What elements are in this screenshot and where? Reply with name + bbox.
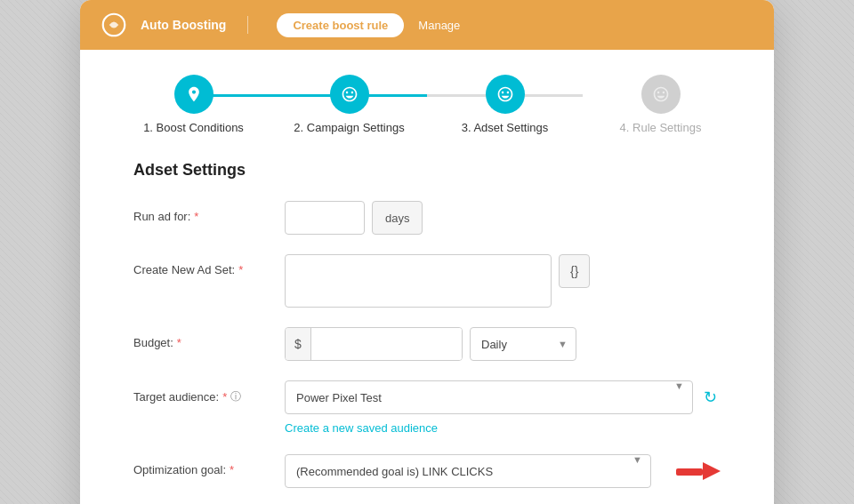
step-3-label: 3. Adset Settings <box>462 121 549 134</box>
step-4-circle <box>641 75 681 114</box>
step-1: 1. Boost Conditions <box>116 75 271 134</box>
svg-rect-1 <box>676 468 703 476</box>
create-ad-set-input[interactable] <box>285 254 552 308</box>
step-3: 3. Adset Settings <box>427 75 583 134</box>
step-3-circle <box>486 75 525 114</box>
step-4: 4. Rule Settings <box>583 75 738 134</box>
step-1-label: 1. Boost Conditions <box>143 121 244 134</box>
step-2-label: 2. Campaign Settings <box>294 121 404 134</box>
audience-select[interactable]: Power Pixel Test <box>285 380 693 414</box>
run-ad-for-input[interactable] <box>285 201 365 235</box>
dollar-input-wrap: $ <box>285 327 463 361</box>
run-ad-for-row: Run ad for: * days <box>133 201 721 235</box>
optimization-goal-label: Optimization goal: * <box>133 454 285 476</box>
manage-button[interactable]: Manage <box>407 13 471 37</box>
target-audience-label: Target audience: * ⓘ <box>133 380 285 404</box>
red-arrow-indicator <box>658 459 721 484</box>
create-ad-set-label: Create New Ad Set: * <box>133 254 285 276</box>
refresh-audience-button[interactable]: ↻ <box>700 384 721 411</box>
step-1-circle <box>174 75 214 114</box>
create-boost-rule-button[interactable]: Create boost rule <box>277 13 404 37</box>
frequency-select[interactable]: Daily Lifetime <box>470 327 576 361</box>
optimization-goal-select[interactable]: (Recommended goal is) LINK CLICKS <box>285 454 651 488</box>
section-title: Adset Settings <box>133 161 721 180</box>
optimization-select-wrap: (Recommended goal is) LINK CLICKS ▼ <box>285 454 651 488</box>
run-ad-for-label: Run ad for: * <box>133 201 285 223</box>
target-audience-info-icon[interactable]: ⓘ <box>230 389 241 404</box>
dollar-prefix: $ <box>286 328 311 360</box>
create-ad-set-row: Create New Ad Set: * {} <box>133 254 721 308</box>
budget-row: Budget: * $ Daily Lifetime ▼ <box>133 327 721 361</box>
create-ad-set-controls: {} <box>285 254 721 308</box>
budget-controls: $ Daily Lifetime ▼ <box>285 327 721 361</box>
audience-select-wrap: Power Pixel Test ▼ <box>285 380 693 414</box>
audience-wrap: Power Pixel Test ▼ ↻ <box>285 380 721 414</box>
step-2: 2. Campaign Settings <box>271 75 427 134</box>
days-button[interactable]: days <box>372 201 423 235</box>
step-4-label: 4. Rule Settings <box>620 121 702 134</box>
budget-input[interactable] <box>311 328 462 360</box>
header: Auto Boosting Create boost rule Manage <box>80 0 774 50</box>
create-audience-link[interactable]: Create a new saved audience <box>285 421 721 435</box>
main-content: Adset Settings Run ad for: * days Create… <box>80 152 774 504</box>
frequency-select-wrap: Daily Lifetime ▼ <box>470 327 576 361</box>
braces-button[interactable]: {} <box>559 254 590 288</box>
svg-marker-2 <box>703 462 721 480</box>
header-app-name: Auto Boosting <box>141 18 226 32</box>
header-nav: Create boost rule Manage <box>277 13 471 37</box>
target-audience-row: Target audience: * ⓘ Power Pixel Test ▼ … <box>133 380 721 435</box>
logo <box>101 12 126 37</box>
run-ad-for-controls: days <box>285 201 721 235</box>
budget-label: Budget: * <box>133 327 285 349</box>
stepper: 1. Boost Conditions 2. Campaign Settings… <box>80 50 774 152</box>
header-divider <box>247 16 248 34</box>
optimization-goal-row: Optimization goal: * (Recommended goal i… <box>133 454 721 488</box>
target-audience-controls: Power Pixel Test ▼ ↻ Create a new saved … <box>285 380 721 435</box>
main-window: Auto Boosting Create boost rule Manage 1… <box>80 0 774 504</box>
step-2-circle <box>330 75 369 114</box>
optimization-goal-controls: (Recommended goal is) LINK CLICKS ▼ <box>285 454 721 488</box>
